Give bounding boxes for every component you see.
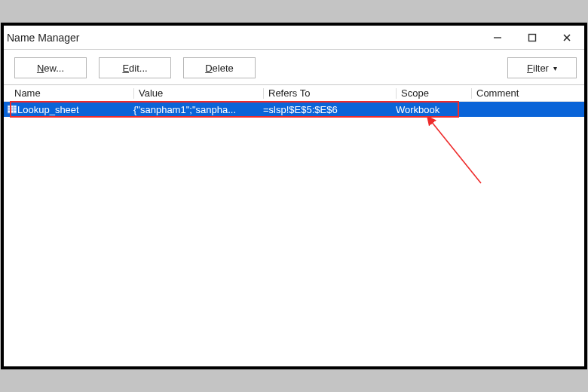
grid-header: Name Value Refers To Scope Comment [4,85,584,102]
col-header-refersto[interactable]: Refers To [263,85,396,101]
annotation-arrow [422,115,490,191]
window-title: Name Manager [7,32,480,44]
minimize-button[interactable] [480,26,515,50]
svg-rect-4 [8,106,17,113]
new-button[interactable]: New... [14,57,87,78]
edit-button[interactable]: Edit... [99,57,171,78]
maximize-button[interactable] [515,26,550,50]
delete-button[interactable]: Delete [183,57,256,78]
cell-refersto: =slsp!$E$5:$E$6 [263,104,396,115]
col-header-scope[interactable]: Scope [396,85,471,101]
cell-value: {"sanpham1";"sanpha... [133,104,263,115]
svg-line-9 [431,121,481,183]
titlebar: Name Manager [4,26,584,50]
name-manager-window: Name Manager New... Edit... Delete Filte… [4,26,584,366]
close-button[interactable] [550,26,584,50]
table-row[interactable]: Lookup_sheet {"sanpham1";"sanpha... =sls… [4,102,584,117]
names-grid: Name Value Refers To Scope Comment Looku… [4,84,584,366]
cell-scope: Workbook [396,104,471,115]
chevron-down-icon: ▾ [553,64,557,72]
filter-button[interactable]: Filter ▾ [507,57,577,78]
svg-rect-1 [529,34,536,41]
cell-name: Lookup_sheet [17,104,133,115]
grid-body: Lookup_sheet {"sanpham1";"sanpha... =sls… [4,102,584,117]
toolbar: New... Edit... Delete Filter ▾ [4,50,584,84]
col-header-name[interactable]: Name [14,85,133,101]
outer-screenshot-frame: Name Manager New... Edit... Delete Filte… [1,23,587,369]
defined-name-icon [7,104,17,115]
col-header-value[interactable]: Value [133,85,263,101]
col-header-comment[interactable]: Comment [471,85,584,101]
